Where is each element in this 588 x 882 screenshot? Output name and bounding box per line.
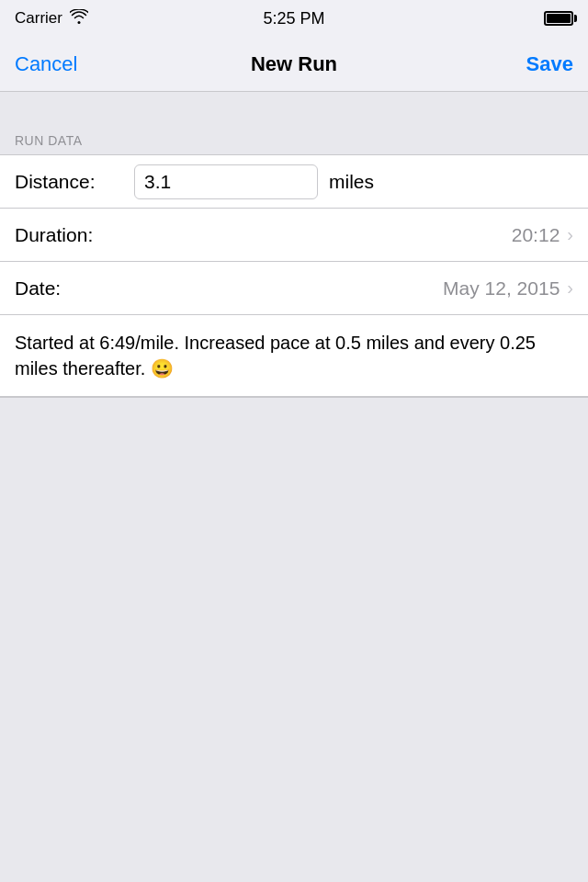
battery-icon xyxy=(544,11,573,26)
wifi-icon xyxy=(70,9,88,28)
date-value: May 12, 2015 xyxy=(443,277,560,300)
nav-bar: Cancel New Run Save xyxy=(0,37,588,92)
duration-label: Duration: xyxy=(15,224,134,246)
status-left: Carrier xyxy=(15,9,88,28)
notes-text: Started at 6:49/mile. Increased pace at … xyxy=(15,333,536,379)
section-header-label: RUN DATA xyxy=(15,133,82,148)
duration-row[interactable]: Duration: 20:12 › xyxy=(0,209,588,262)
duration-chevron-icon: › xyxy=(567,224,573,245)
notes-row: Started at 6:49/mile. Increased pace at … xyxy=(0,315,588,397)
status-time: 5:25 PM xyxy=(263,9,324,28)
run-data-section-header: RUN DATA xyxy=(0,125,588,154)
date-chevron-icon: › xyxy=(567,277,573,299)
duration-value: 20:12 xyxy=(512,224,560,246)
date-label: Date: xyxy=(15,277,134,300)
distance-input[interactable] xyxy=(134,164,318,199)
status-bar: Carrier 5:25 PM xyxy=(0,0,588,37)
battery-fill xyxy=(547,14,571,23)
status-right xyxy=(544,11,573,26)
section-gap xyxy=(0,92,588,125)
form-table: Distance: miles Duration: 20:12 › Date: … xyxy=(0,154,588,398)
save-button[interactable]: Save xyxy=(526,52,573,76)
carrier-text: Carrier xyxy=(15,9,62,28)
page-title: New Run xyxy=(251,52,337,76)
distance-label: Distance: xyxy=(15,171,134,193)
cancel-button[interactable]: Cancel xyxy=(15,52,77,76)
bottom-area xyxy=(0,398,588,673)
date-row[interactable]: Date: May 12, 2015 › xyxy=(0,262,588,315)
distance-row: Distance: miles xyxy=(0,155,588,209)
distance-unit: miles xyxy=(329,171,374,193)
